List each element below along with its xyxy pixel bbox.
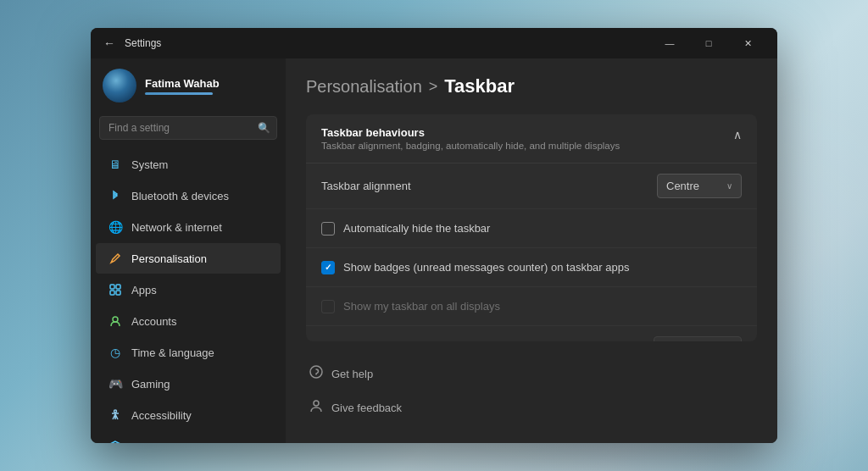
maximize-button[interactable]: □ <box>689 28 728 58</box>
all-displays-checkbox <box>321 300 335 313</box>
window-title: Settings <box>125 37 650 49</box>
svg-rect-2 <box>110 291 114 295</box>
sidebar-item-label: Time & language <box>131 346 214 359</box>
svg-rect-1 <box>116 285 120 289</box>
sidebar-item-label: System <box>131 158 168 171</box>
search-box: 🔍 <box>99 116 277 140</box>
taskbar-alignment-dropdown[interactable]: Centre ∨ <box>657 174 742 198</box>
title-bar: ← Settings — □ ✕ <box>91 28 777 58</box>
bluetooth-icon <box>108 188 123 203</box>
breadcrumb: Personalisation > Taskbar <box>306 75 757 97</box>
auto-hide-row: Automatically hide the taskbar <box>306 209 757 248</box>
all-displays-row: Show my taskbar on all displays <box>306 287 757 326</box>
sidebar-item-label: Accessibility <box>131 409 192 422</box>
section-toggle-icon[interactable]: ∧ <box>733 128 742 141</box>
show-badges-label: Show badges (unread messages counter) on… <box>343 261 629 274</box>
svg-point-6 <box>310 366 322 378</box>
avatar <box>103 69 136 103</box>
multiple-displays-row: When using multiple displays, show my ta… <box>306 326 757 341</box>
multiple-displays-dropdown: All taskbars ∨ <box>654 336 742 341</box>
taskbar-alignment-label: Taskbar alignment <box>321 180 411 192</box>
privacy-icon <box>108 439 123 443</box>
svg-point-4 <box>113 317 118 322</box>
get-help-label: Get help <box>331 368 373 380</box>
sidebar-item-label: Network & internet <box>131 221 222 234</box>
user-account-bar <box>145 92 213 95</box>
user-info: Fatima Wahab <box>145 77 220 95</box>
user-profile: Fatima Wahab <box>91 58 286 111</box>
sidebar-item-gaming[interactable]: 🎮 Gaming <box>96 368 281 399</box>
sidebar-item-label: Apps <box>131 284 157 296</box>
right-panel: Personalisation > Taskbar Taskbar behavi… <box>286 58 777 443</box>
auto-hide-checkbox-wrap: Automatically hide the taskbar <box>321 222 742 236</box>
svg-point-5 <box>114 410 117 413</box>
nav-list: 🖥 System Bluetooth & devices 🌐 Network &… <box>91 148 286 443</box>
sidebar-item-apps[interactable]: Apps <box>96 274 281 305</box>
main-content: Fatima Wahab 🔍 🖥 System <box>91 58 777 443</box>
get-help-icon <box>309 365 323 382</box>
auto-hide-label: Automatically hide the taskbar <box>343 222 490 235</box>
sidebar-item-privacy[interactable]: Privacy & security <box>96 431 281 443</box>
sidebar-item-accounts[interactable]: Accounts <box>96 306 281 336</box>
apps-icon <box>108 282 123 297</box>
all-displays-label: Show my taskbar on all displays <box>343 300 500 313</box>
sidebar-item-personalisation[interactable]: Personalisation <box>96 243 281 274</box>
gaming-icon: 🎮 <box>108 376 123 391</box>
accounts-icon <box>108 313 123 329</box>
breadcrumb-parent: Personalisation <box>306 77 422 97</box>
all-displays-checkbox-wrap: Show my taskbar on all displays <box>321 300 742 313</box>
section-header-text: Taskbar behaviours Taskbar alignment, ba… <box>321 126 620 151</box>
back-button[interactable]: ← <box>101 35 118 52</box>
network-icon: 🌐 <box>108 219 123 235</box>
taskbar-behaviours-section: Taskbar behaviours Taskbar alignment, ba… <box>306 114 757 341</box>
personalisation-icon <box>108 251 123 266</box>
show-badges-checkbox-wrap: Show badges (unread messages counter) on… <box>321 261 742 274</box>
sidebar-item-bluetooth[interactable]: Bluetooth & devices <box>96 180 281 211</box>
section-subtitle: Taskbar alignment, badging, automaticall… <box>321 141 620 151</box>
breadcrumb-chevron: > <box>429 78 438 96</box>
footer-links: Get help Give feedback <box>306 355 757 426</box>
breadcrumb-current: Taskbar <box>444 75 515 97</box>
taskbar-alignment-row: Taskbar alignment Centre ∨ <box>306 163 757 209</box>
sidebar-item-system[interactable]: 🖥 System <box>96 149 281 180</box>
close-button[interactable]: ✕ <box>728 28 767 58</box>
accessibility-icon <box>108 407 123 423</box>
username: Fatima Wahab <box>145 77 220 90</box>
svg-rect-0 <box>110 285 114 289</box>
sidebar-item-label: Bluetooth & devices <box>131 190 229 202</box>
section-title: Taskbar behaviours <box>321 126 620 139</box>
settings-window: ← Settings — □ ✕ Fatima Wahab <box>91 28 777 443</box>
search-input[interactable] <box>99 116 277 140</box>
window-controls: — □ ✕ <box>650 28 767 58</box>
svg-point-7 <box>314 401 319 406</box>
sidebar-item-label: Gaming <box>131 378 170 391</box>
system-icon: 🖥 <box>108 157 123 172</box>
sidebar-item-time[interactable]: ◷ Time & language <box>96 337 281 368</box>
sidebar-item-network[interactable]: 🌐 Network & internet <box>96 212 281 242</box>
time-icon: ◷ <box>108 345 123 360</box>
search-icon: 🔍 <box>258 122 270 134</box>
give-feedback-icon <box>309 399 323 416</box>
minimize-button[interactable]: — <box>650 28 689 58</box>
svg-rect-3 <box>116 291 120 295</box>
sidebar-item-label: Privacy & security <box>131 441 219 444</box>
dropdown-arrow: ∨ <box>726 181 732 191</box>
sidebar-item-label: Accounts <box>131 315 176 328</box>
dropdown-value: Centre <box>666 180 699 192</box>
get-help-link[interactable]: Get help <box>306 358 757 389</box>
show-badges-row: Show badges (unread messages counter) on… <box>306 248 757 287</box>
show-badges-checkbox[interactable] <box>321 261 335 274</box>
sidebar-item-accessibility[interactable]: Accessibility <box>96 400 281 430</box>
section-header[interactable]: Taskbar behaviours Taskbar alignment, ba… <box>306 114 757 163</box>
give-feedback-link[interactable]: Give feedback <box>306 392 757 423</box>
give-feedback-label: Give feedback <box>331 402 402 414</box>
sidebar: Fatima Wahab 🔍 🖥 System <box>91 58 286 443</box>
sidebar-item-label: Personalisation <box>131 252 207 265</box>
auto-hide-checkbox[interactable] <box>321 222 335 236</box>
